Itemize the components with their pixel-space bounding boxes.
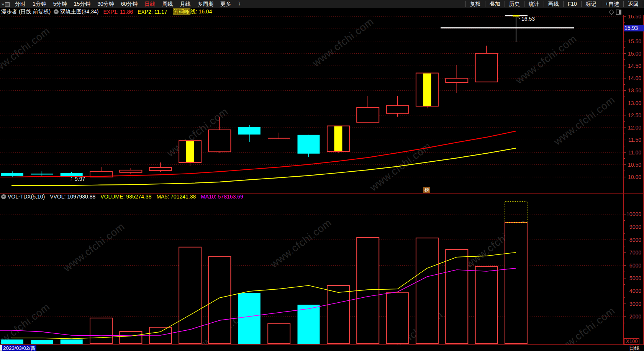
indicator-name[interactable]: 双轨主图(34,34) [60, 8, 98, 15]
chevron-icon: » [2, 2, 4, 7]
candle[interactable] [179, 141, 201, 166]
volume-bar[interactable] [208, 257, 231, 344]
price-axis-label: 15.50 [624, 38, 641, 45]
volume-bar[interactable] [1, 340, 23, 344]
volume-value: VOLUME: 935274.38 [100, 194, 151, 200]
menu-item-5分钟[interactable]: 5分钟 [53, 1, 67, 8]
indicator-info-bar: 漫步者 (日线.前复权) 双轨主图(34,34) EXP1: 11.86 EXP… [0, 8, 644, 15]
annotation-pointer [517, 16, 520, 19]
volume-bar[interactable] [61, 340, 83, 344]
exp2-line [11, 148, 516, 185]
volume-bar[interactable] [120, 331, 142, 344]
price-axis-label: 13.50 [624, 87, 641, 94]
candle[interactable] [1, 171, 23, 177]
price-axis-label: 11.00 [624, 149, 641, 156]
toolbar-button-+自选[interactable]: +自选 [601, 1, 623, 7]
window-box-icon [5, 2, 10, 7]
exp1-value: EXP1: 11.86 [103, 9, 133, 15]
menu-item-〉[interactable]: 〉 [238, 1, 243, 8]
candle[interactable] [208, 117, 231, 153]
menu-item-月线[interactable]: 月线 [180, 1, 190, 8]
volume-axis-label: 6000 [624, 262, 641, 269]
volume-bar[interactable] [387, 293, 409, 344]
toolbar-buttons: 复权叠加历史统计画线F10标记+自选返回 [465, 0, 644, 8]
candle[interactable] [298, 135, 320, 157]
app-window-icon[interactable]: » [2, 2, 9, 7]
volume-bar[interactable] [90, 318, 112, 344]
volume-dropdown-icon[interactable] [1, 194, 6, 199]
volume-bar[interactable] [416, 238, 438, 344]
volume-bar[interactable] [475, 267, 498, 344]
top-menu-bar: » 分时1分钟5分钟15分钟30分钟60分钟日线周线月线多周期更多〉 复权叠加历… [0, 0, 644, 8]
volume-ma5-value: MA5: 701241.38 [156, 194, 196, 200]
volume-ma10-value: MA10: 578163.69 [201, 194, 243, 200]
menu-item-60分钟[interactable]: 60分钟 [121, 1, 138, 8]
candle[interactable] [90, 167, 112, 177]
volume-header: VOL-TDX(5,10) VVOL: 1097930.88 VOLUME: 9… [1, 194, 248, 200]
price-axis-label: 15.00 [624, 51, 641, 57]
volume-ma5-line [11, 253, 516, 339]
candle[interactable] [416, 73, 438, 108]
menu-item-15分钟[interactable]: 15分钟 [74, 1, 91, 8]
candle[interactable] [238, 125, 261, 142]
volume-axis-label: 2000 [624, 313, 641, 320]
period-label[interactable]: 日线 [629, 345, 639, 351]
price-axis-label: 11.50 [624, 137, 641, 143]
chip-peak-value: 筹码峰线: 16.04 [173, 8, 212, 15]
volume-bar[interactable] [298, 305, 320, 344]
candle[interactable] [149, 162, 172, 172]
candle[interactable] [327, 126, 349, 154]
rank-badge[interactable]: 榜 [423, 187, 430, 193]
candle[interactable] [446, 65, 468, 93]
candle[interactable] [268, 133, 290, 139]
bottom-status-bar: 2023/03/02/四 日线 [0, 345, 644, 351]
exp2-value: EXP2: 11.17 [138, 9, 167, 15]
volume-bar[interactable] [268, 324, 290, 344]
trading-app-window: { "menubar": { "items": ["分时","1分钟","5分钟… [0, 0, 644, 351]
volume-axis-label: 5000 [624, 275, 641, 282]
price-axis-label: 12.50 [624, 112, 641, 119]
toolbar-button-返回[interactable]: 返回 [623, 1, 643, 7]
volume-axis-label: 10000 [624, 211, 641, 218]
price-axis-label: 12.00 [624, 125, 641, 131]
menu-item-30分钟[interactable]: 30分钟 [97, 1, 114, 8]
period-menu: 分时1分钟5分钟15分钟30分钟60分钟日线周线月线多周期更多〉 [11, 1, 247, 8]
price-axis-label: 13.00 [624, 100, 641, 107]
chart-canvas[interactable] [0, 0, 644, 351]
chip-peak-rest: 线: 16.04 [190, 8, 212, 15]
toolbar-button-画线[interactable]: 画线 [544, 1, 563, 7]
toolbar-button-叠加[interactable]: 叠加 [485, 1, 505, 7]
indicator-dropdown-icon[interactable] [54, 9, 59, 14]
menu-item-更多[interactable]: 更多 [220, 1, 231, 8]
volume-bar[interactable] [446, 249, 468, 344]
split-pane-icon[interactable] [616, 10, 621, 15]
candle[interactable] [475, 46, 498, 82]
menu-item-1分钟[interactable]: 1分钟 [33, 1, 46, 8]
volume-bar[interactable] [31, 340, 53, 344]
vvol-value: VVOL: 1097930.88 [50, 194, 95, 200]
menu-item-多周期[interactable]: 多周期 [197, 1, 213, 8]
price-axis-label: 10.00 [624, 174, 641, 180]
toolbar-button-标记[interactable]: 标记 [581, 1, 601, 7]
price-axis-label: 14.50 [624, 63, 641, 69]
toolbar-button-F10[interactable]: F10 [563, 1, 581, 7]
toolbar-button-统计[interactable]: 统计 [524, 1, 544, 7]
volume-axis-label: 8000 [624, 237, 641, 243]
menu-item-日线[interactable]: 日线 [144, 1, 155, 8]
toolbar-button-历史[interactable]: 历史 [505, 1, 524, 7]
menu-item-周线[interactable]: 周线 [162, 1, 173, 8]
volume-bar[interactable] [238, 293, 261, 344]
low-price-annotation: ←9.97 [69, 176, 85, 182]
volume-bar[interactable] [505, 223, 527, 344]
volume-indicator-name[interactable]: VOL-TDX(5,10) [8, 194, 45, 200]
candle[interactable] [357, 96, 379, 122]
volume-axis-label: 9000 [624, 224, 641, 230]
date-label[interactable]: 2023/03/02/四 [2, 345, 36, 351]
candle[interactable] [387, 96, 409, 117]
high-price-annotation: 16.53 [521, 16, 535, 22]
candle[interactable] [120, 168, 142, 174]
volume-bar[interactable] [327, 285, 349, 344]
toolbar-button-复权[interactable]: 复权 [465, 1, 485, 7]
menu-item-分时[interactable]: 分时 [15, 1, 26, 8]
volume-axis-label: 3000 [624, 301, 641, 307]
